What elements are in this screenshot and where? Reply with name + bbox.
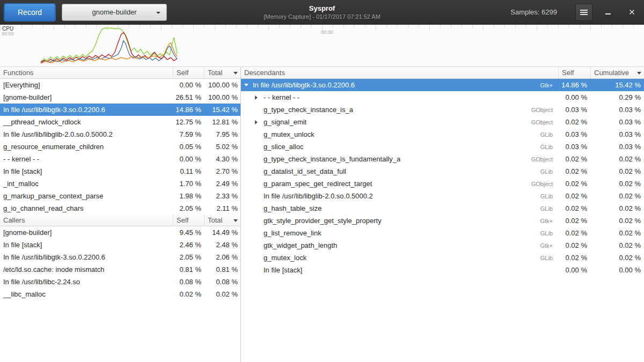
function-self-percent: 12.75 % xyxy=(173,118,204,126)
functions-total-column-header[interactable]: Total xyxy=(204,67,240,78)
caller-name-text: __libc_malloc xyxy=(3,290,46,298)
descendant-name-cell: g_type_check_instance_is_fundamentally_a… xyxy=(241,155,558,163)
descendant-name-cell: g_list_remove_link GLib xyxy=(241,229,558,237)
function-total-percent: 7.95 % xyxy=(204,130,240,138)
tree-indent xyxy=(244,208,255,209)
descendant-row[interactable]: g_slice_alloc GLib 0.03 % 0.03 % xyxy=(241,141,644,153)
descendant-cumulative-percent: 0.02 % xyxy=(590,254,644,262)
descendants-table-header: Descendants Self Cumulative xyxy=(241,67,644,79)
function-row[interactable]: In file /usr/lib/libglib-2.0.so.0.5000.2… xyxy=(0,128,240,141)
descendant-cumulative-percent: 0.03 % xyxy=(590,143,644,151)
caller-row[interactable]: [gnome-builder] 9.45 % 14.49 % xyxy=(0,226,240,239)
menu-button[interactable] xyxy=(575,4,592,21)
minimize-button[interactable] xyxy=(601,5,615,19)
tree-expander-icon[interactable] xyxy=(244,84,253,86)
function-row[interactable]: [Everything] 0.00 % 100.00 % xyxy=(0,79,240,91)
caller-row[interactable]: /etc/ld.so.cache: inode mismatch 0.81 % … xyxy=(0,263,240,276)
minimize-icon xyxy=(605,13,611,14)
callers-column-header[interactable]: Callers xyxy=(0,215,173,226)
functions-section: Functions Self Total [Everything] 0.00 %… xyxy=(0,67,240,215)
capture-subtitle: [Memory Capture] - 01/17/2017 07:21:52 A… xyxy=(264,13,380,20)
function-self-percent: 0.05 % xyxy=(173,143,204,151)
descendant-cumulative-percent: 0.03 % xyxy=(590,106,644,114)
descendant-self-percent: 0.02 % xyxy=(558,167,590,175)
descendant-row[interactable]: g_datalist_id_set_data_full GLib 0.02 % … xyxy=(241,165,644,178)
descendant-row[interactable]: gtk_style_provider_get_style_property Gt… xyxy=(241,215,644,227)
function-row[interactable]: g_markup_parse_context_parse 1.98 % 2.33… xyxy=(0,190,240,202)
descendant-row[interactable]: g_type_check_instance_is_fundamentally_a… xyxy=(241,153,644,165)
function-row[interactable]: g_io_channel_read_chars 2.05 % 2.11 % xyxy=(0,202,240,215)
descendant-row[interactable]: g_hash_table_size GLib 0.02 % 0.02 % xyxy=(241,202,644,215)
function-row[interactable]: __pthread_rwlock_rdlock 12.75 % 12.81 % xyxy=(0,116,240,128)
callers-self-column-header[interactable]: Self xyxy=(173,215,204,226)
descendant-self-percent: 14.86 % xyxy=(558,81,590,89)
descendant-row[interactable]: In file /usr/lib/libgtk-3.so.0.2200.6 Gt… xyxy=(241,79,644,91)
tree-indent xyxy=(244,97,255,98)
descendant-cumulative-percent: 0.02 % xyxy=(590,180,644,188)
descendants-column-header[interactable]: Descendants xyxy=(241,67,558,78)
descendant-self-percent: 0.02 % xyxy=(558,254,590,262)
descendant-self-percent: 0.02 % xyxy=(558,180,590,188)
function-row[interactable]: g_resource_enumerate_children 0.05 % 5.0… xyxy=(0,141,240,153)
function-row[interactable]: [gnome-builder] 26.51 % 100.00 % xyxy=(0,91,240,104)
descendant-self-percent: 0.02 % xyxy=(558,155,590,163)
function-row[interactable]: - - kernel - - 0.00 % 4.30 % xyxy=(0,153,240,165)
descendants-cumulative-column-header[interactable]: Cumulative xyxy=(590,67,644,78)
functions-self-column-header[interactable]: Self xyxy=(173,67,204,78)
function-self-percent: 2.05 % xyxy=(173,204,204,212)
function-name-text: _int_malloc xyxy=(3,180,39,188)
library-tag: Gtk+ xyxy=(535,218,558,224)
descendant-row[interactable]: In file [stack] 0.00 % 0.00 % xyxy=(241,264,644,276)
descendant-self-percent: 0.00 % xyxy=(558,266,590,274)
descendant-row[interactable]: - - kernel - - 0.00 % 0.29 % xyxy=(241,91,644,104)
record-button[interactable]: Record xyxy=(4,4,55,21)
caller-row[interactable]: In file /usr/lib/libc-2.24.so 0.08 % 0.0… xyxy=(0,276,240,288)
descendant-row[interactable]: g_param_spec_get_redirect_target GObject… xyxy=(241,178,644,190)
caller-self-percent: 2.46 % xyxy=(173,241,204,249)
cpu-graph-area[interactable]: CPU 00:00 00:30 xyxy=(0,25,644,67)
tree-indent xyxy=(244,171,255,172)
caller-self-percent: 0.81 % xyxy=(173,265,204,274)
caller-row[interactable]: __libc_malloc 0.02 % 0.02 % xyxy=(0,288,240,300)
app-title: Sysprof xyxy=(264,4,380,13)
descendant-cumulative-percent: 0.03 % xyxy=(590,118,644,126)
close-button[interactable] xyxy=(625,5,639,19)
tree-indent xyxy=(244,109,255,110)
descendant-row[interactable]: g_mutex_unlock GLib 0.03 % 0.03 % xyxy=(241,128,644,141)
caller-name: [gnome-builder] xyxy=(0,228,173,237)
descendant-name-text: g_type_check_instance_is_fundamentally_a xyxy=(264,155,400,163)
callers-total-column-header[interactable]: Total xyxy=(204,215,240,226)
window-title-block: Sysprof [Memory Capture] - 01/17/2017 07… xyxy=(264,4,380,20)
process-selector-dropdown[interactable]: gnome-builder xyxy=(62,4,167,21)
descendant-self-percent: 0.03 % xyxy=(558,143,590,151)
time-label-mid: 00:30 xyxy=(321,29,333,35)
function-self-percent: 0.00 % xyxy=(173,155,204,163)
caller-row[interactable]: In file /usr/lib/libgtk-3.so.0.2200.6 2.… xyxy=(0,251,240,263)
function-self-percent: 14.86 % xyxy=(173,106,204,114)
tree-expander-icon[interactable] xyxy=(255,95,264,100)
caller-self-percent: 0.08 % xyxy=(173,278,204,286)
caller-total-percent: 14.49 % xyxy=(204,228,240,237)
functions-column-header[interactable]: Functions xyxy=(0,67,173,78)
function-row[interactable]: In file [stack] 0.11 % 2.70 % xyxy=(0,165,240,178)
function-row[interactable]: In file /usr/lib/libgtk-3.so.0.2200.6 14… xyxy=(0,104,240,116)
descendants-self-column-header[interactable]: Self xyxy=(558,67,590,78)
caller-total-percent: 2.48 % xyxy=(204,241,240,249)
descendant-cumulative-percent: 0.03 % xyxy=(590,130,644,138)
tree-expander-icon[interactable] xyxy=(255,120,264,124)
caller-row[interactable]: In file [stack] 2.46 % 2.48 % xyxy=(0,239,240,251)
descendant-name-text: g_slice_alloc xyxy=(264,143,303,151)
descendant-row[interactable]: gtk_widget_path_length Gtk+ 0.02 % 0.02 … xyxy=(241,239,644,252)
descendant-self-percent: 0.02 % xyxy=(558,192,590,200)
descendant-row[interactable]: g_type_check_instance_is_a GObject 0.03 … xyxy=(241,104,644,116)
descendant-name-text: g_type_check_instance_is_a xyxy=(264,106,353,114)
caller-name-text: In file /usr/lib/libc-2.24.so xyxy=(3,278,80,286)
descendant-self-percent: 0.03 % xyxy=(558,130,590,138)
descendant-row[interactable]: g_signal_emit GObject 0.02 % 0.03 % xyxy=(241,116,644,128)
descendant-row[interactable]: g_mutex_lock GLib 0.02 % 0.02 % xyxy=(241,252,644,264)
function-row[interactable]: _int_malloc 1.70 % 2.49 % xyxy=(0,178,240,190)
descendant-row[interactable]: In file /usr/lib/libglib-2.0.so.0.5000.2… xyxy=(241,190,644,202)
sysprof-window: Record gnome-builder Sysprof [Memory Cap… xyxy=(0,0,644,362)
descendant-row[interactable]: g_list_remove_link GLib 0.02 % 0.02 % xyxy=(241,227,644,239)
tree-indent xyxy=(244,159,255,159)
